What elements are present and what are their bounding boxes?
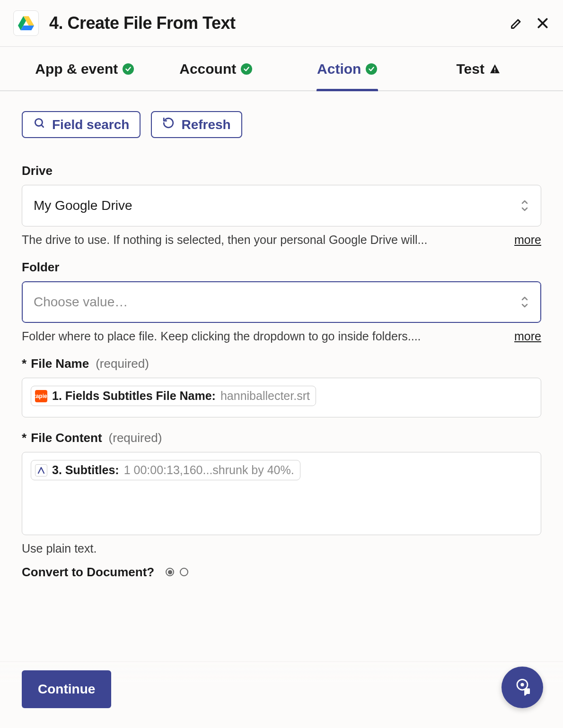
- field-file-name: * File Name (required) zapier 1. Fields …: [22, 356, 541, 417]
- header-actions: [510, 16, 550, 30]
- warning-icon: [489, 63, 501, 75]
- edit-icon[interactable]: [510, 17, 523, 30]
- folder-select[interactable]: Choose value…: [22, 281, 541, 323]
- zapier-icon: zapier: [35, 390, 47, 402]
- panel-footer: Continue: [0, 661, 563, 728]
- more-link[interactable]: more: [514, 233, 541, 247]
- form: Drive My Google Drive The drive to use. …: [0, 146, 563, 636]
- field-label: * File Content (required): [22, 431, 541, 445]
- tab-action[interactable]: Action: [282, 47, 413, 90]
- tab-test[interactable]: Test: [413, 47, 545, 90]
- radio-option-2[interactable]: [180, 568, 188, 576]
- refresh-icon: [162, 117, 175, 132]
- help-chat-icon: [512, 676, 533, 699]
- pill-value: hanniballecter.srt: [220, 389, 310, 403]
- panel-title: 4. Create File From Text: [49, 13, 500, 33]
- mapped-field-pill[interactable]: zapier 1. Fields Subtitles File Name: ha…: [31, 386, 316, 406]
- field-file-content: * File Content (required) 3. Subtitles: …: [22, 431, 541, 555]
- chevron-sort-icon: [520, 199, 529, 212]
- required-note: (required): [109, 431, 162, 445]
- svg-rect-5: [494, 68, 495, 70]
- mapped-field-pill[interactable]: 3. Subtitles: 1 00:00:13,160...shrunk by…: [31, 460, 300, 480]
- field-label: Drive: [22, 164, 541, 178]
- radio-option-1[interactable]: [166, 568, 174, 576]
- search-icon: [33, 117, 45, 132]
- required-note: (required): [96, 356, 149, 371]
- convert-options: [166, 568, 188, 576]
- anthropic-icon: [35, 464, 47, 477]
- close-icon[interactable]: [536, 16, 550, 30]
- field-label: * File Name (required): [22, 356, 541, 371]
- file-name-input[interactable]: zapier 1. Fields Subtitles File Name: ha…: [22, 378, 541, 417]
- check-icon: [123, 63, 134, 75]
- file-content-input[interactable]: 3. Subtitles: 1 00:00:13,160...shrunk by…: [22, 452, 541, 535]
- check-icon: [241, 63, 252, 75]
- step-panel: 4. Create File From Text App & event: [0, 0, 563, 728]
- field-folder: Folder Choose value… Folder where to pla…: [22, 260, 541, 343]
- tab-account[interactable]: Account: [150, 47, 282, 90]
- pill-label: 3. Subtitles:: [52, 463, 119, 477]
- help-text: The drive to use. If nothing is selected…: [22, 233, 505, 247]
- svg-line-8: [41, 125, 43, 127]
- pill-value: 1 00:00:13,160...shrunk by 40%.: [124, 463, 294, 477]
- panel-header: 4. Create File From Text: [0, 0, 563, 47]
- select-value: My Google Drive: [34, 198, 132, 213]
- tab-label: Account: [179, 61, 236, 77]
- button-label: Refresh: [181, 117, 230, 132]
- continue-button[interactable]: Continue: [22, 670, 111, 708]
- toolbar: Field search Refresh: [0, 91, 563, 146]
- more-link[interactable]: more: [514, 329, 541, 343]
- help-row: Use plain text.: [22, 542, 541, 555]
- tab-label: Action: [317, 61, 361, 77]
- drive-select[interactable]: My Google Drive: [22, 185, 541, 226]
- refresh-button[interactable]: Refresh: [151, 111, 242, 138]
- help-fab[interactable]: [501, 667, 543, 708]
- tab-label: App & event: [35, 61, 118, 77]
- field-search-button[interactable]: Field search: [22, 111, 141, 138]
- chevron-sort-icon: [520, 295, 529, 309]
- help-row: The drive to use. If nothing is selected…: [22, 233, 541, 247]
- field-convert: Convert to Document?: [22, 565, 541, 580]
- google-drive-icon: [13, 10, 39, 36]
- svg-point-10: [520, 683, 524, 686]
- pill-label: 1. Fields Subtitles File Name:: [52, 389, 216, 403]
- field-drive: Drive My Google Drive The drive to use. …: [22, 164, 541, 247]
- field-label: Convert to Document?: [22, 565, 541, 580]
- check-icon: [366, 63, 377, 75]
- tab-label: Test: [457, 61, 484, 77]
- button-label: Field search: [52, 117, 129, 132]
- field-label: Folder: [22, 260, 541, 275]
- svg-rect-6: [494, 71, 495, 72]
- select-placeholder: Choose value…: [34, 295, 128, 310]
- help-text: Folder where to place file. Keep clickin…: [22, 329, 505, 343]
- tab-app-event[interactable]: App & event: [19, 47, 150, 90]
- help-row: Folder where to place file. Keep clickin…: [22, 329, 541, 343]
- help-text: Use plain text.: [22, 542, 541, 555]
- tabs: App & event Account Action Test: [0, 47, 563, 91]
